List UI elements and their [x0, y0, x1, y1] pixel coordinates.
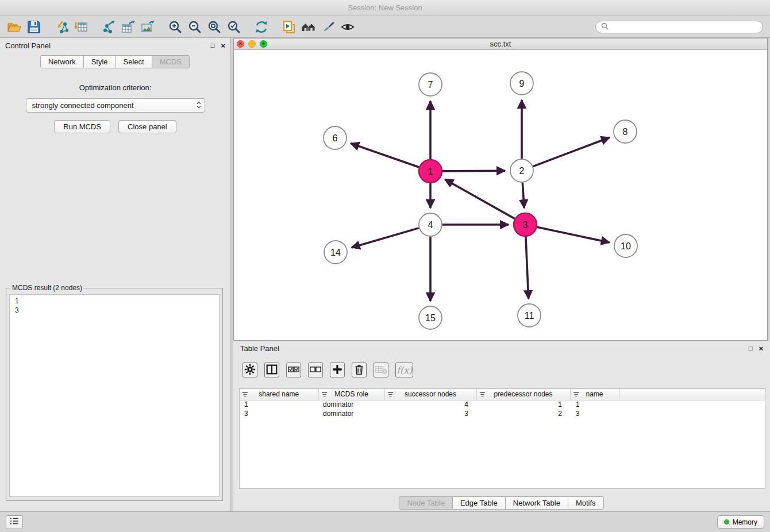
- graph-node-8[interactable]: 8: [614, 120, 637, 143]
- task-history-button[interactable]: [6, 515, 23, 529]
- graph-node-9[interactable]: 9: [510, 72, 533, 95]
- memory-label: Memory: [733, 518, 757, 526]
- graph-node-6[interactable]: 6: [324, 126, 346, 149]
- delete-table-button[interactable]: [374, 363, 388, 377]
- column-header-name[interactable]: name: [570, 389, 619, 400]
- export-network-icon: [101, 20, 116, 34]
- first-neighbors-button[interactable]: [299, 18, 318, 36]
- sort-icon: [321, 391, 328, 399]
- import-network-button[interactable]: [52, 18, 71, 36]
- table-toolbar: f(x): [233, 356, 770, 384]
- graph-node-10[interactable]: 10: [614, 234, 637, 257]
- clone-network-icon: [282, 20, 297, 34]
- table-panel-tabs: Node Table Edge Table Network Table Moti…: [233, 496, 770, 510]
- zoom-out-icon: [187, 20, 202, 34]
- save-session-button[interactable]: [24, 18, 44, 36]
- search-field[interactable]: [595, 21, 763, 33]
- graph-edge-3-11[interactable]: [526, 237, 529, 299]
- stepper-chevrons-icon: [196, 101, 202, 111]
- column-header-predecessor-nodes[interactable]: predecessor nodes: [476, 389, 570, 400]
- export-table-button[interactable]: [118, 18, 138, 36]
- deselect-all-button[interactable]: [308, 363, 323, 377]
- tab-node-table[interactable]: Node Table: [399, 496, 453, 510]
- window-titlebar: Session: New Session: [0, 0, 770, 16]
- export-table-icon: [121, 20, 136, 34]
- tab-network-table[interactable]: Network Table: [505, 496, 568, 510]
- criterion-dropdown[interactable]: strongly connected component: [26, 98, 205, 113]
- column-header-mcds-role[interactable]: MCDS role: [318, 389, 384, 400]
- network-window-title: scc.txt: [234, 40, 767, 48]
- optimization-criterion-label: Optimization criterion:: [0, 83, 230, 92]
- close-window-icon[interactable]: ×: [237, 40, 244, 48]
- table-panel-title: Table Panel: [240, 344, 279, 353]
- table-row[interactable]: 1 dominator 4 1 1: [240, 400, 765, 409]
- graph-node-14[interactable]: 14: [324, 241, 347, 264]
- graph-edge-2-3[interactable]: [522, 183, 524, 208]
- close-panel-button[interactable]: Close panel: [118, 120, 176, 133]
- trash-icon: [353, 363, 365, 377]
- status-bar: Memory: [0, 511, 770, 532]
- graph-node-1[interactable]: 1: [419, 160, 442, 183]
- graph-edge-1-6[interactable]: [351, 144, 419, 168]
- style-button[interactable]: [318, 18, 338, 36]
- network-window-titlebar[interactable]: scc.txt × – +: [234, 38, 767, 50]
- graph-node-2[interactable]: 2: [510, 159, 533, 182]
- graph-node-3[interactable]: 3: [514, 213, 537, 236]
- tab-motifs[interactable]: Motifs: [568, 496, 604, 510]
- graph-edge-4-14[interactable]: [352, 228, 419, 248]
- graph-node-7[interactable]: 7: [419, 73, 442, 96]
- tab-network[interactable]: Network: [40, 55, 84, 68]
- zoom-fit-icon: [207, 20, 222, 34]
- table-row[interactable]: 3 dominator 3 2 3: [240, 409, 765, 418]
- column-layout-button[interactable]: [264, 363, 279, 377]
- zoom-in-button[interactable]: [165, 18, 185, 36]
- show-hide-button[interactable]: [338, 18, 357, 36]
- svg-text:9: 9: [519, 79, 525, 88]
- open-file-button[interactable]: [5, 18, 24, 36]
- network-canvas[interactable]: 7968124314101511: [234, 50, 767, 340]
- tab-edge-table[interactable]: Edge Table: [452, 496, 506, 510]
- graph-edge-3-10[interactable]: [537, 227, 610, 242]
- search-input[interactable]: [612, 23, 757, 31]
- zoom-window-icon[interactable]: +: [260, 40, 267, 48]
- graph-edge-2-8[interactable]: [533, 137, 610, 166]
- float-table-panel-icon[interactable]: □: [749, 345, 753, 352]
- graph-edge-1-2[interactable]: [442, 171, 505, 171]
- function-builder-button[interactable]: f(x): [395, 363, 413, 377]
- column-header-successor-nodes[interactable]: successor nodes: [384, 389, 476, 400]
- add-column-button[interactable]: [330, 363, 345, 377]
- zoom-fit-button[interactable]: [205, 18, 224, 36]
- refresh-view-button[interactable]: [252, 18, 271, 36]
- export-network-button[interactable]: [99, 18, 118, 36]
- mcds-result-list[interactable]: 1 3: [9, 294, 220, 497]
- delete-column-button[interactable]: [352, 363, 367, 377]
- select-all-button[interactable]: [286, 363, 301, 377]
- network-graph: 7968124314101511: [234, 50, 767, 340]
- export-image-button[interactable]: [138, 18, 157, 36]
- minimize-window-icon[interactable]: –: [248, 40, 256, 48]
- tab-style[interactable]: Style: [83, 55, 116, 68]
- zoom-selected-button[interactable]: [224, 18, 244, 36]
- zoom-out-button[interactable]: [185, 18, 205, 36]
- svg-text:10: 10: [621, 241, 631, 251]
- graph-node-11[interactable]: 11: [518, 304, 541, 327]
- memory-button[interactable]: Memory: [717, 515, 764, 529]
- criterion-value: strongly connected component: [32, 101, 196, 110]
- tab-select[interactable]: Select: [116, 55, 152, 68]
- close-table-panel-icon[interactable]: ×: [759, 345, 763, 352]
- svg-text:2: 2: [519, 166, 525, 176]
- close-panel-icon[interactable]: ×: [221, 42, 225, 49]
- run-mcds-button[interactable]: Run MCDS: [54, 120, 110, 133]
- graph-node-15[interactable]: 15: [419, 306, 442, 329]
- tab-mcds[interactable]: MCDS: [152, 55, 190, 68]
- float-panel-icon[interactable]: □: [211, 43, 215, 49]
- graph-edge-3-1[interactable]: [445, 179, 514, 218]
- clone-network-button[interactable]: [279, 18, 299, 36]
- checked-boxes-icon: [287, 363, 300, 377]
- svg-text:3: 3: [523, 220, 528, 230]
- import-table-button[interactable]: [71, 18, 91, 36]
- column-header-shared-name[interactable]: shared name: [240, 389, 318, 400]
- result-value: 3: [15, 306, 214, 315]
- table-settings-button[interactable]: [242, 363, 257, 377]
- graph-node-4[interactable]: 4: [419, 213, 442, 236]
